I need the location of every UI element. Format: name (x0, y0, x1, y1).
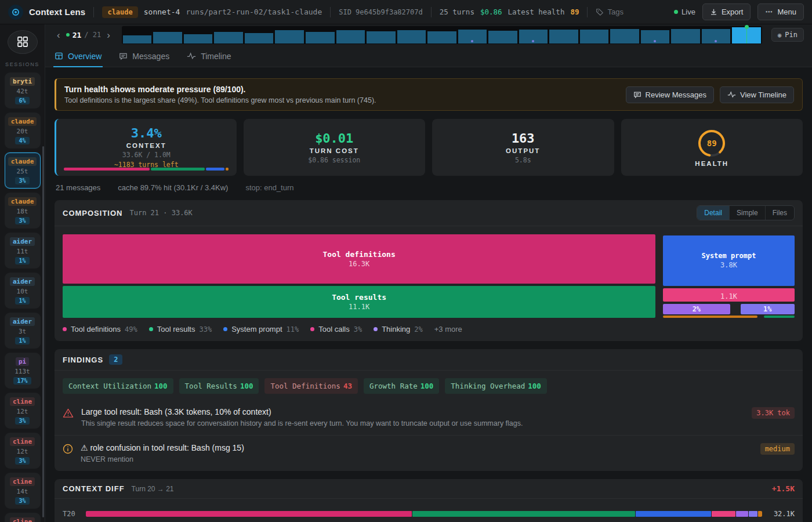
view-timeline-button[interactable]: View Timeline (720, 86, 794, 103)
turn-bar[interactable] (580, 30, 609, 44)
turn-bar[interactable] (488, 31, 517, 43)
turn-bars[interactable] (122, 26, 762, 44)
treemap-thinking[interactable]: 2% (663, 304, 730, 314)
turn-bar[interactable] (306, 32, 335, 43)
treemap-strip-green[interactable] (764, 316, 795, 318)
tags-button[interactable]: Tags (596, 8, 623, 16)
score-chip[interactable]: Tool Definitions43 (264, 378, 357, 394)
view-simple-button[interactable]: Simple (729, 206, 765, 220)
view-files-button[interactable]: Files (765, 206, 794, 220)
view-timeline-label: View Timeline (740, 90, 786, 99)
divider (330, 7, 331, 17)
session-card[interactable]: claude25t3% (5, 153, 41, 188)
session-card[interactable]: claude20t4% (5, 113, 41, 148)
pin-icon: ◉ (778, 31, 782, 39)
session-turns: 20t (17, 128, 28, 135)
session-card[interactable]: cline14t3% (5, 473, 41, 509)
turn-navigation: ‹ 21 / 21 › ◉ Pin (45, 24, 812, 45)
treemap-strip-orange[interactable] (663, 316, 757, 318)
divider (93, 7, 94, 17)
turn-bar[interactable] (123, 35, 152, 44)
current-turn-dot-icon (66, 33, 70, 37)
turn-bar[interactable] (427, 31, 456, 44)
score-chip[interactable]: Tool Results100 (179, 378, 259, 394)
session-turns: 113t (14, 368, 30, 375)
legend-label: Tool definitions (71, 325, 121, 334)
turn-bar[interactable] (184, 34, 213, 43)
turn-bar[interactable] (214, 32, 243, 43)
diff-bar-segment (86, 511, 412, 517)
turn-bar[interactable] (153, 32, 182, 43)
pin-button[interactable]: ◉ Pin (771, 28, 804, 42)
finding-description: This single result reduces space for con… (81, 419, 744, 427)
treemap-system-prompt[interactable]: System prompt 3.8K (663, 235, 795, 285)
score-chip[interactable]: Growth Rate100 (364, 378, 439, 394)
legend-dot-icon (310, 327, 314, 331)
treemap-tool-calls[interactable]: Tool calls 1.1K (663, 288, 795, 302)
turn-bar[interactable] (397, 30, 426, 44)
treemap-tool-definitions[interactable]: Tool definitions 16.3K (63, 234, 655, 284)
review-messages-button[interactable]: Review Messages (626, 86, 715, 103)
run-path: runs/part2-run-02/task1-claude (186, 8, 322, 16)
session-card[interactable]: cline5t3% (5, 513, 41, 522)
next-turn-button[interactable]: › (104, 29, 113, 41)
score-chip[interactable]: Context Utilization100 (63, 378, 173, 394)
finding-item[interactable]: ⚠ role confusion in tool result: Bash (m… (55, 435, 803, 471)
view-detail-button[interactable]: Detail (697, 206, 729, 220)
legend-more[interactable]: +3 more (434, 325, 462, 334)
session-card[interactable]: cline12t3% (5, 393, 41, 429)
context-label: CONTEXT (126, 142, 166, 149)
tags-label: Tags (607, 8, 623, 16)
session-card[interactable]: cline12t3% (5, 433, 41, 469)
output-sub: 5.8s (515, 156, 531, 164)
turn-bar[interactable] (641, 30, 670, 44)
turn-bar[interactable] (458, 30, 487, 43)
session-name: claude (8, 117, 37, 126)
score-chip-value: 100 (420, 382, 434, 390)
treemap-other[interactable]: 1% (741, 304, 795, 314)
session-card[interactable]: bryti42t6% (5, 72, 41, 108)
session-pct: 3% (15, 497, 29, 505)
export-button[interactable]: Export (702, 3, 751, 20)
turn-bar[interactable] (702, 29, 731, 43)
turn-bar[interactable] (671, 29, 700, 44)
session-card[interactable]: aider11t1% (5, 233, 41, 269)
alert-description: Tool definitions is the largest share (4… (64, 96, 376, 104)
health-label: HEALTH (695, 160, 728, 167)
legend-label: Tool calls (318, 325, 349, 334)
turn-bar[interactable] (610, 29, 639, 44)
session-name: aider (10, 277, 35, 286)
score-chip-label: Context Utilization (68, 382, 151, 390)
turn-bar[interactable] (275, 30, 304, 43)
turn-bar[interactable] (732, 27, 761, 44)
sidebar-scrollbar[interactable] (42, 146, 44, 517)
tab-timeline[interactable]: Timeline (187, 45, 231, 67)
tab-overview[interactable]: Overview (55, 45, 102, 67)
turn-bar[interactable] (336, 30, 365, 44)
session-card[interactable]: aider3t1% (5, 313, 41, 349)
session-pct: 1% (15, 257, 29, 264)
session-card[interactable]: aider10t1% (5, 273, 41, 309)
legend-label: System prompt (231, 325, 282, 334)
prev-turn-button[interactable]: ‹ (55, 29, 63, 41)
turn-bar[interactable] (245, 33, 274, 44)
context-progress (64, 168, 229, 171)
composition-header: COMPOSITION Turn 21 · 33.6K Detail Simpl… (55, 200, 803, 226)
block-value: 3.8K (720, 261, 737, 269)
turn-cost-sub: $0.86 session (308, 156, 360, 164)
menu-button[interactable]: ⋯ Menu (757, 3, 804, 20)
turn-bar[interactable] (367, 31, 396, 43)
session-card[interactable]: pi113t17% (5, 353, 41, 389)
session-card[interactable]: claude18t3% (5, 193, 41, 229)
score-chip[interactable]: Thinking Overhead100 (445, 378, 547, 394)
sessions-home-button[interactable] (8, 30, 38, 54)
timeline-icon (187, 52, 196, 60)
finding-item[interactable]: Large tool result: Bash (3.3K tokens, 10… (55, 400, 803, 435)
turn-bar[interactable] (549, 30, 578, 43)
session-pct: 1% (15, 297, 29, 304)
turn-bar[interactable] (519, 30, 548, 44)
treemap-tool-results[interactable]: Tool results 11.1K (63, 286, 655, 318)
tab-messages[interactable]: Messages (119, 45, 169, 67)
live-label: Live (682, 8, 695, 16)
composition-subtitle: Turn 21 · 33.6K (129, 209, 192, 217)
